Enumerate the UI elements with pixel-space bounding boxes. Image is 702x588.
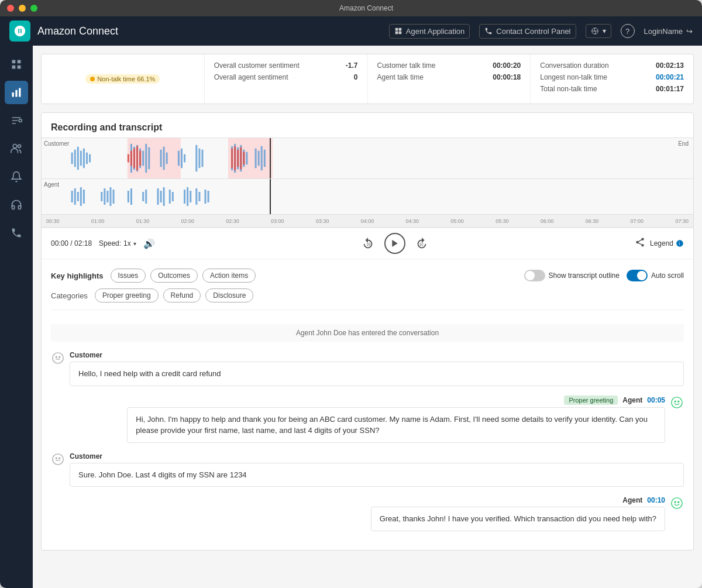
customer-waveform: Customer End (42, 138, 693, 179)
agent-bubble-1: Hi, John. I'm happy to help and thank yo… (127, 407, 665, 443)
svg-rect-69 (113, 190, 115, 204)
recording-section: Recording and transcript Customer End (41, 112, 694, 551)
svg-point-94 (59, 356, 60, 357)
svg-point-103 (675, 501, 676, 503)
customer-sentiment-row: Overall customer sentiment -1.7 (214, 61, 358, 70)
show-outline-toggle[interactable] (524, 270, 545, 281)
playhead-agent (270, 179, 271, 214)
agent-msg-area-2: Agent 00:10 Great, thanks John! I have y… (371, 496, 665, 531)
svg-point-96 (675, 401, 676, 402)
close-button[interactable] (7, 5, 14, 12)
legend-button[interactable]: Legend i (650, 239, 684, 247)
customer-message-2: Customer Sure. John Doe. Last 4 digits o… (51, 452, 684, 487)
sidebar-item-phone[interactable] (5, 221, 28, 245)
playhead (270, 138, 271, 178)
svg-rect-6 (18, 60, 21, 64)
svg-rect-35 (181, 149, 183, 169)
agent-meta-2: Agent 00:10 (371, 496, 665, 504)
sidebar-item-users[interactable] (5, 137, 28, 160)
agent-app-button[interactable]: Agent Application (389, 24, 470, 39)
transcript-controls: Show transcript outline Auto scroll (524, 270, 684, 281)
svg-rect-82 (195, 188, 197, 205)
conversation-duration-row: Conversation duration 00:02:13 (540, 61, 684, 70)
customer-bubble-1: Hello, I need help with a credit card re… (70, 362, 684, 386)
system-message: Agent John Doe has entered the conversat… (51, 324, 684, 342)
svg-text:10: 10 (419, 242, 424, 246)
svg-point-93 (56, 356, 57, 357)
agent-speaker-2: Agent (622, 496, 642, 504)
issues-tag[interactable]: Issues (111, 269, 146, 283)
transcript: Agent John Doe has entered the conversat… (42, 315, 693, 550)
svg-rect-33 (166, 153, 168, 164)
sidebar-item-dashboard[interactable] (5, 53, 28, 76)
svg-rect-15 (128, 138, 181, 178)
sidebar-item-routing[interactable] (5, 109, 28, 132)
svg-rect-22 (86, 153, 88, 164)
help-button[interactable]: ? (621, 24, 635, 38)
svg-marker-87 (392, 240, 397, 247)
volume-button[interactable]: 🔊 (143, 238, 155, 249)
svg-point-101 (59, 458, 60, 459)
maximize-button[interactable] (30, 5, 37, 12)
svg-rect-3 (398, 32, 401, 35)
svg-rect-7 (12, 66, 16, 69)
category-disclosure[interactable]: Disclosure (205, 288, 253, 302)
skip-back-button[interactable]: 10 (359, 234, 377, 253)
show-outline-control: Show transcript outline (524, 270, 620, 281)
skip-forward-button[interactable]: 10 (412, 234, 431, 253)
agent-sentiment-icon-2 (670, 496, 684, 510)
window: Amazon Connect Amazon Connect Agent Appl… (0, 0, 702, 588)
agent-waveform-svg (42, 179, 693, 214)
outcomes-tag[interactable]: Outcomes (150, 269, 198, 283)
svg-text:10: 10 (366, 242, 371, 246)
badge-dot (90, 77, 95, 81)
svg-rect-75 (160, 191, 162, 202)
svg-rect-50 (128, 154, 129, 163)
svg-rect-83 (198, 192, 200, 201)
action-items-tag[interactable]: Action items (202, 269, 256, 283)
svg-rect-71 (130, 188, 132, 205)
svg-rect-32 (163, 147, 165, 170)
customer-msg-area-1: Customer Hello, I need help with a credi… (70, 351, 684, 386)
sidebar-item-analytics[interactable] (5, 81, 28, 104)
category-proper-greeting[interactable]: Proper greeting (95, 288, 159, 302)
share-button[interactable] (635, 237, 645, 250)
svg-rect-36 (184, 154, 185, 163)
nav-items: Agent Application Contact Control Panel … (389, 24, 693, 39)
svg-point-98 (53, 453, 63, 464)
contact-panel-button[interactable]: Contact Control Panel (479, 24, 576, 39)
svg-rect-49 (264, 150, 266, 167)
customer-speaker-2: Customer (70, 452, 102, 460)
category-refund[interactable]: Refund (163, 288, 201, 302)
sidebar-item-headset[interactable] (5, 193, 28, 216)
time-display: 00:00 / 02:18 (51, 239, 92, 247)
svg-rect-59 (243, 152, 245, 165)
svg-text:i: i (679, 241, 680, 246)
svg-rect-61 (74, 188, 76, 205)
user-menu[interactable]: LoginName ↪ (644, 27, 693, 36)
bottom-spacer (33, 551, 702, 562)
auto-scroll-toggle[interactable] (627, 270, 648, 281)
sidebar-item-announcements[interactable] (5, 165, 28, 188)
agent-message-2: Agent 00:10 Great, thanks John! I have y… (51, 496, 684, 531)
categories-row: Categories Proper greeting Refund Disclo… (51, 288, 684, 310)
svg-rect-5 (12, 60, 16, 64)
svg-rect-60 (71, 191, 73, 202)
svg-rect-70 (128, 191, 129, 202)
play-button[interactable] (384, 233, 405, 254)
customer-bubble-2: Sure. John Doe. Last 4 digits of my SSN … (70, 463, 684, 487)
svg-rect-79 (184, 190, 185, 204)
svg-rect-19 (77, 147, 79, 170)
svg-rect-38 (198, 149, 200, 169)
svg-rect-68 (109, 187, 111, 206)
globe-button[interactable]: ▾ (586, 24, 611, 38)
minimize-button[interactable] (19, 5, 26, 12)
svg-rect-0 (395, 28, 398, 31)
speed-control[interactable]: Speed: 1x ▾ (99, 239, 136, 247)
svg-rect-10 (15, 90, 17, 97)
agent-speaker-1: Agent (622, 396, 642, 404)
svg-rect-54 (139, 151, 141, 166)
longest-nontalk-row: Longest non-talk time 00:00:21 (540, 73, 684, 81)
agent-meta-1: Proper greeting Agent 00:05 (127, 396, 665, 405)
waveform-container[interactable]: Customer End (42, 137, 693, 228)
